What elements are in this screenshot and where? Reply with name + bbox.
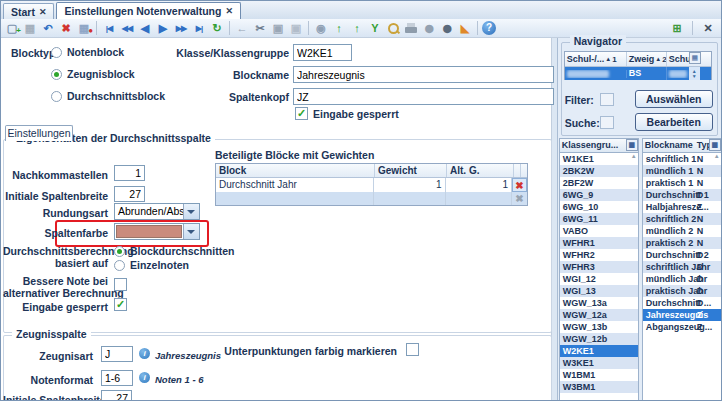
export-icon[interactable]: ↑ (349, 21, 365, 36)
suche-input[interactable] (600, 116, 614, 129)
klassengruppe-item[interactable]: WGW_13b (560, 321, 638, 333)
radio-button[interactable] (51, 69, 62, 80)
scroll-up-icon[interactable]: ▲ (714, 153, 720, 159)
funnel-icon[interactable]: ◣ (457, 21, 473, 36)
at-icon[interactable]: ◉ (313, 21, 329, 36)
klassengruppe-item[interactable]: WGI_13 (560, 285, 638, 297)
klassengruppe-item[interactable]: WGW_13a (560, 297, 638, 309)
column-header[interactable]: Block (216, 164, 375, 177)
initiale-spaltenbreite-input[interactable] (114, 186, 145, 202)
blockname-item[interactable]: Durchschnitt 1D (643, 189, 721, 201)
pin-icon[interactable]: ⬤ (439, 21, 455, 36)
klasse-input[interactable] (293, 44, 352, 61)
klassengruppe-item[interactable]: W3BM1 (560, 381, 638, 393)
fast-next-icon[interactable]: ▶▶ (173, 21, 189, 36)
klassengruppe-item[interactable]: W1BM1 (560, 369, 638, 381)
blockname-item[interactable]: Durchschnitt 2D (643, 249, 721, 261)
blockname-item[interactable]: JahreszeugnisZ (643, 309, 721, 321)
klassengruppe-item[interactable]: VABO (560, 225, 638, 237)
column-header[interactable]: Schule (667, 52, 689, 66)
column-header[interactable]: Zweig▲2 (627, 52, 667, 66)
blockname-item[interactable]: mündlich JahrD (643, 273, 721, 285)
scroll-up-icon[interactable]: ▲ (631, 153, 637, 159)
dock-refresh-icon[interactable]: ⊞ (669, 21, 685, 36)
chevron-down-icon[interactable] (183, 204, 199, 219)
blockname-item[interactable]: praktisch JahrD (643, 285, 721, 297)
blockname-item[interactable]: schriftlich JahrD (643, 261, 721, 273)
undo-icon[interactable]: ↶ (40, 21, 56, 36)
klassengruppe-item[interactable]: WFHR2 (560, 249, 638, 261)
blockname-item[interactable]: mündlich 1N (643, 165, 721, 177)
blockname-item[interactable]: praktisch 2N (643, 237, 721, 249)
back-arrow-icon[interactable]: ← (234, 21, 250, 36)
copy-icon[interactable]: ▣ (270, 21, 286, 36)
radio-option[interactable]: Zeugnisblock (51, 67, 135, 81)
blockname-item[interactable]: schriftlich 1N (643, 153, 721, 165)
zeugnisart-input[interactable] (101, 346, 133, 362)
delete-icon[interactable]: ✖ (58, 21, 74, 36)
delete-row-icon[interactable]: ✖ (512, 178, 527, 192)
auswaehlen-button[interactable]: Auswählen (635, 90, 713, 108)
new-record-icon[interactable]: ▢+ (4, 21, 20, 36)
initiale-spaltenbreite2-input[interactable] (101, 390, 132, 401)
klassengruppe-item[interactable]: WFHR1 (560, 237, 638, 249)
tab-start[interactable]: Start ✕ (3, 3, 54, 19)
column-header[interactable]: Gewicht (375, 164, 447, 177)
edit-grid-icon[interactable]: ▦● (76, 21, 92, 36)
table-row[interactable]: Durchschnitt Jahr11✖ (216, 178, 527, 192)
save-icon[interactable]: ▦ (22, 21, 38, 36)
radio-option[interactable]: Blockdurchschnitten (114, 244, 234, 258)
filter-input[interactable] (600, 93, 614, 106)
tab-close-icon[interactable]: ✕ (225, 4, 233, 18)
tab-close-icon[interactable]: ✕ (39, 5, 47, 19)
help-icon[interactable]: ? (482, 21, 496, 35)
bearbeiten-button[interactable]: Bearbeiten (635, 113, 713, 131)
eingabe-gesperrt-checkbox[interactable]: ✓ (114, 298, 127, 311)
ellipse-icon[interactable]: ⬤ (421, 21, 437, 36)
klassengruppe-item[interactable]: 6WG_9 (560, 189, 638, 201)
nachkommastellen-input[interactable] (114, 165, 145, 181)
column-chooser-icon[interactable]: ▦ (626, 139, 638, 151)
print-icon[interactable] (403, 21, 419, 36)
table-row-new[interactable]: ✖ (216, 192, 527, 205)
klassengruppe-item[interactable]: WFHR3 (560, 261, 638, 273)
klassengruppe-item[interactable]: 6WG_10 (560, 201, 638, 213)
blockname-item[interactable]: Abgangszeug...Z (643, 321, 721, 333)
blockname-item[interactable]: Halbjahresze...Z (643, 201, 721, 213)
radio-option[interactable]: Notenblock (51, 45, 124, 59)
klassengruppe-item[interactable]: WGW_12b (560, 333, 638, 345)
radio-option[interactable]: Einzelnoten (114, 258, 189, 272)
prev-record-icon[interactable]: ◀ (137, 21, 153, 36)
klassengruppe-item[interactable]: W1KE1 (560, 153, 638, 165)
refresh-icon[interactable]: ↻ (209, 21, 225, 36)
klassengruppen-list-header[interactable]: Klassengru... ▦ (560, 139, 638, 153)
spaltenkopf-input[interactable] (293, 88, 554, 105)
delete-row-icon[interactable]: ✖ (512, 192, 527, 205)
panel-close-icon[interactable]: ✕ (700, 21, 716, 36)
column-header[interactable]: Schul-/...▲1 (565, 52, 627, 66)
paste-icon[interactable]: ▣ (288, 21, 304, 36)
tab-einstellungen-notenverwaltung[interactable]: Einstellungen Notenverwaltung ✕ (56, 2, 240, 19)
first-record-icon[interactable]: |◀ (101, 21, 117, 36)
klassengruppe-item[interactable]: 2BF2W (560, 177, 638, 189)
klassengruppe-item[interactable]: W3KE1 (560, 357, 638, 369)
fast-prev-icon[interactable]: ◀◀ (119, 21, 135, 36)
blockname-item[interactable]: schriftlich 2N (643, 213, 721, 225)
rundungsart-combo[interactable]: Abrunden/Abschne (114, 203, 200, 220)
eingabe-gesperrt-top-checkbox[interactable]: ✓ (295, 107, 308, 120)
row-scroll-control[interactable]: ▲▼ (689, 67, 700, 80)
bessere-note-checkbox[interactable] (114, 278, 127, 291)
import-icon[interactable]: ↑ (331, 21, 347, 36)
radio-button[interactable] (51, 91, 62, 102)
radio-button[interactable] (114, 260, 125, 271)
blockname-input[interactable] (293, 66, 554, 83)
blockname-list-header[interactable]: Blockname Typ ▦ (643, 139, 721, 153)
column-chooser-icon[interactable]: ▦ (689, 52, 701, 64)
last-record-icon[interactable]: ▶| (191, 21, 207, 36)
search-icon[interactable] (385, 21, 401, 36)
cut-icon[interactable]: ✂ (252, 21, 268, 36)
radio-button[interactable] (114, 246, 125, 257)
filter-icon[interactable]: Y (367, 21, 383, 36)
column-chooser-icon[interactable]: ▦ (709, 139, 721, 151)
klassengruppe-item[interactable]: W2KE1 (560, 345, 638, 357)
